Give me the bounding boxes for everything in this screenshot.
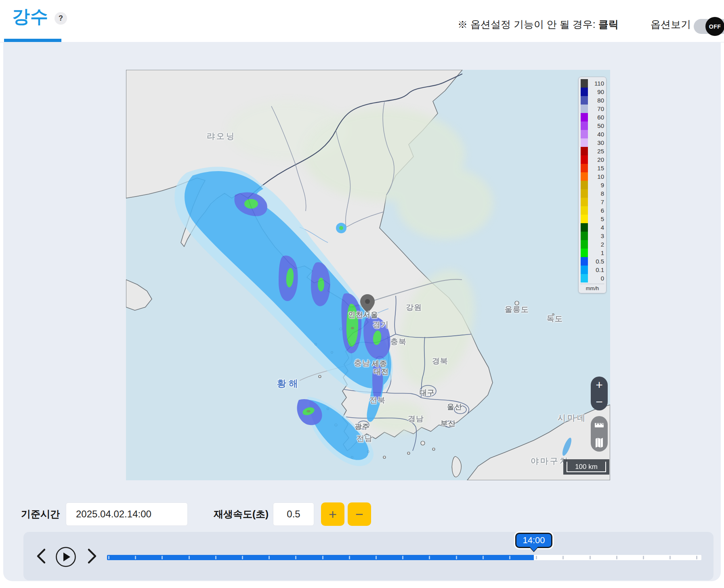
timeline-tick xyxy=(429,556,430,559)
legend-swatch xyxy=(581,189,588,198)
legend-row: 90 xyxy=(581,88,604,96)
legend-swatch xyxy=(581,164,588,172)
timeline-tick xyxy=(643,556,644,559)
legend-row: 2 xyxy=(581,240,604,249)
timeline-handle-tooltip[interactable]: 14:00 xyxy=(515,533,552,548)
map-scalebar: 100 km xyxy=(563,459,609,475)
legend-row: 20 xyxy=(581,155,604,164)
legend-row: 3 xyxy=(581,232,604,240)
legend-value: 4 xyxy=(588,223,604,232)
speed-decrease-button[interactable]: − xyxy=(348,502,371,526)
notice-click-link[interactable]: 클릭 xyxy=(598,19,619,30)
timeline-tick xyxy=(402,556,403,559)
timeline-track[interactable] xyxy=(107,555,701,560)
legend-value: 50 xyxy=(588,121,604,130)
option-notice: ※ 옵션설정 기능이 안 될 경우: 클릭 xyxy=(457,18,619,31)
legend-value: 25 xyxy=(588,147,604,155)
legend-row: 40 xyxy=(581,130,604,138)
timeline-tick xyxy=(536,556,537,559)
legend-value: 3 xyxy=(588,232,604,240)
timeline-tick xyxy=(189,556,190,559)
legend-row: 25 xyxy=(581,147,604,155)
options-toggle[interactable]: OFF xyxy=(694,19,724,34)
map-label: 울릉도 xyxy=(505,304,529,315)
play-button[interactable] xyxy=(55,546,76,567)
measure-ruler-icon[interactable] xyxy=(591,417,608,433)
map-label: 충북 xyxy=(390,337,407,347)
base-time-input[interactable] xyxy=(66,502,188,526)
header: 강수 ? ※ 옵션설정 기능이 안 될 경우: 클릭 옵션보기 OFF xyxy=(0,0,724,42)
scalebar-label: 100 km xyxy=(563,459,609,475)
help-icon[interactable]: ? xyxy=(55,12,67,25)
layers-icon[interactable] xyxy=(591,435,608,451)
legend-swatch xyxy=(581,88,588,96)
map-label: 경남 xyxy=(408,414,424,424)
timeline-progress-fill xyxy=(107,555,534,560)
legend-row: 6 xyxy=(581,206,604,215)
legend-swatch xyxy=(581,232,588,240)
legend-value: 10 xyxy=(588,172,604,181)
legend-value: 2 xyxy=(588,240,604,249)
timeline-panel: 14:00 xyxy=(23,532,714,580)
legend-row: 70 xyxy=(581,105,604,113)
speed-input[interactable] xyxy=(273,502,314,526)
legend-swatch xyxy=(581,155,588,164)
legend-value: 40 xyxy=(588,130,604,138)
legend-rows: 11090807060504030252015109876543210.50.1… xyxy=(581,79,604,282)
timeline-tick xyxy=(108,556,109,559)
timeline-tick xyxy=(269,556,270,559)
notice-text: ※ 옵션설정 기능이 안 될 경우: xyxy=(457,19,598,30)
map-zoom-control: + − xyxy=(591,377,608,410)
legend-swatch xyxy=(581,172,588,181)
timeline-tick xyxy=(590,556,591,559)
legend-row: 7 xyxy=(581,198,604,206)
korea-map-svg xyxy=(126,70,610,480)
legend-value: 5 xyxy=(588,215,604,223)
timeline-tick xyxy=(509,556,510,559)
legend-value: 6 xyxy=(588,206,604,215)
map-label: 대구 xyxy=(420,388,435,398)
toggle-knob[interactable]: OFF xyxy=(705,17,724,36)
timeline-tick xyxy=(215,556,216,559)
active-tab-underline xyxy=(4,39,61,42)
speed-increase-button[interactable]: + xyxy=(321,502,344,526)
legend-row: 0 xyxy=(581,274,604,282)
legend-value: 70 xyxy=(588,105,604,113)
legend-swatch xyxy=(581,121,588,130)
zoom-in-button[interactable]: + xyxy=(591,377,608,393)
map-label: 대전 xyxy=(374,367,389,377)
legend-value: 30 xyxy=(588,138,604,147)
legend-row: 4 xyxy=(581,223,604,232)
legend-value: 7 xyxy=(588,198,604,206)
zoom-out-button[interactable]: − xyxy=(591,393,608,410)
legend-swatch xyxy=(581,274,588,282)
map-label: 인천 xyxy=(348,310,363,320)
timeline-tick xyxy=(483,556,484,559)
legend-row: 8 xyxy=(581,189,604,198)
legend-swatch xyxy=(581,96,588,105)
legend-value: 0.1 xyxy=(588,266,604,274)
step-back-button[interactable] xyxy=(34,547,48,565)
legend-swatch xyxy=(581,249,588,257)
legend-row: 15 xyxy=(581,164,604,172)
map-label: 시마네 xyxy=(558,412,587,423)
map-tools xyxy=(591,416,608,452)
timeline-tick xyxy=(349,556,350,559)
timeline-tick xyxy=(376,556,377,559)
map-label: 독도 xyxy=(547,314,563,324)
map-container[interactable]: 랴오닝강원경기인천서울충북충남세종대전경북전북대구울산경남부산광주전남황해울릉도… xyxy=(126,70,610,480)
legend-row: 60 xyxy=(581,113,604,121)
legend-swatch xyxy=(581,240,588,249)
precip-legend: 11090807060504030252015109876543210.50.1… xyxy=(578,77,606,293)
legend-row: 0.5 xyxy=(581,257,604,266)
legend-value: 20 xyxy=(588,155,604,164)
legend-row: 0.1 xyxy=(581,266,604,274)
legend-swatch xyxy=(581,147,588,155)
legend-row: 10 xyxy=(581,172,604,181)
step-forward-button[interactable] xyxy=(85,547,99,565)
content-panel: 랴오닝강원경기인천서울충북충남세종대전경북전북대구울산경남부산광주전남황해울릉도… xyxy=(3,42,721,581)
options-view-label: 옵션보기 xyxy=(651,18,691,31)
legend-row: 5 xyxy=(581,215,604,223)
legend-value: 60 xyxy=(588,113,604,121)
timeline-tick xyxy=(669,556,671,559)
